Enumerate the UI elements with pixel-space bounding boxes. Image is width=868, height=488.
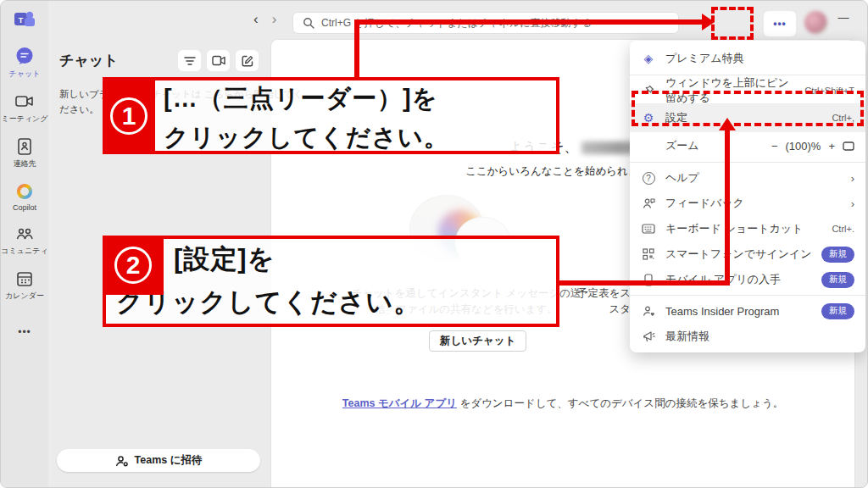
feedback-icon — [641, 197, 656, 209]
meet-now-camera-button[interactable] — [207, 50, 230, 71]
chevron-right-icon: › — [851, 172, 854, 185]
menu-item-keyboard-shortcuts[interactable]: キーボード ショートカット Ctrl+. — [630, 216, 865, 241]
filter-icon — [184, 56, 196, 66]
sidebar-more-apps-icon[interactable]: ••• — [18, 326, 31, 338]
menu-item-help[interactable]: ? ヘルプ › — [630, 165, 865, 191]
step1-arrow-line — [354, 19, 704, 25]
new-badge: 新規 — [821, 272, 854, 288]
sidebar-item-communities[interactable]: コミュニティ — [1, 225, 48, 257]
step1-text: […（三点リーダー）]を — [164, 82, 556, 116]
invite-to-teams-button[interactable]: Teams に招待 — [57, 449, 260, 472]
filter-button[interactable] — [178, 50, 201, 71]
sidebar-item-label: ミーティング — [1, 114, 47, 125]
more-options-menu: ◈ プレミアム特典 ウィンドウを上部にピン留めする Ctrl+Shift+T ⚙… — [630, 41, 865, 352]
sidebar-item-label: コミュニティ — [1, 246, 47, 257]
step2-number-badge: 2 — [103, 236, 164, 295]
new-chat-compose-button[interactable] — [236, 50, 259, 71]
zoom-out-button[interactable]: − — [771, 140, 778, 152]
new-badge: 新規 — [821, 303, 854, 319]
panel-title: チャット — [59, 51, 119, 70]
step1-callout: 1 […（三点リーダー）]を クリックしてください。 — [103, 77, 559, 154]
sidebar-item-calendar[interactable]: カレンダー — [1, 269, 48, 302]
chat-icon — [14, 46, 35, 66]
copilot-icon — [15, 182, 34, 201]
svg-text:T: T — [19, 16, 24, 25]
step2-arrow-line — [558, 280, 730, 286]
step1-arrow-line — [354, 22, 359, 79]
person-add-icon — [115, 455, 129, 467]
forward-chevron-icon[interactable]: › — [272, 11, 277, 28]
menu-divider — [630, 162, 865, 163]
chevron-right-icon: › — [851, 197, 854, 210]
person-heart-icon — [641, 305, 656, 317]
back-chevron-icon[interactable]: ‹ — [253, 11, 259, 28]
step1-number-badge: 1 — [103, 77, 155, 154]
menu-item-zoom: ズーム − (100)% + — [630, 132, 865, 159]
compose-icon — [242, 55, 253, 67]
zoom-level-value: (100)% — [785, 140, 821, 152]
menu-item-premium[interactable]: ◈ プレミアム特典 — [630, 44, 865, 72]
megaphone-icon — [641, 330, 656, 342]
highlight-box-settings-item — [632, 91, 864, 126]
sidebar-item-chat[interactable]: チャット — [1, 46, 48, 80]
video-camera-icon — [14, 92, 35, 111]
new-chat-button[interactable]: 新しいチャット — [429, 330, 526, 352]
new-badge: 新規 — [821, 247, 854, 263]
keyboard-icon — [641, 224, 656, 234]
menu-item-whats-new[interactable]: 最新情報 — [630, 324, 865, 349]
step2-callout: 2 [設定]を クリックしてください。 — [103, 236, 559, 327]
sidebar-item-label: 連絡先 — [14, 158, 36, 169]
highlight-box-more-button — [711, 7, 754, 40]
minimize-button[interactable]: — — [835, 11, 852, 24]
zoom-in-button[interactable]: + — [828, 140, 835, 152]
sidebar-item-label: Copilot — [13, 203, 36, 212]
step1-text: クリックしてください。 — [164, 121, 556, 155]
menu-divider — [630, 295, 865, 296]
contact-book-icon — [15, 137, 34, 156]
teams-logo-icon: T — [14, 8, 36, 30]
help-icon: ? — [641, 172, 656, 185]
sidebar-item-label: カレンダー — [5, 291, 44, 302]
step2-text: [設定]を — [174, 241, 556, 277]
zoom-fit-icon[interactable] — [843, 141, 854, 151]
qr-code-icon — [641, 248, 656, 260]
sidebar-item-meetings[interactable]: ミーティング — [1, 92, 48, 125]
calendar-icon — [15, 269, 34, 288]
user-avatar[interactable] — [804, 11, 827, 34]
teams-window: T チャット ミーティング 連絡先 Copilot — [0, 0, 868, 488]
mobile-app-footer: Teams モバイル アプリ をダウンロードして、すべてのデバイス間の接続を保ち… — [271, 396, 854, 411]
menu-item-feedback[interactable]: フィードバック › — [630, 191, 865, 216]
diamond-icon: ◈ — [641, 52, 656, 65]
people-group-icon — [14, 225, 36, 243]
teams-mobile-app-link[interactable]: Teams モバイル アプリ — [342, 397, 457, 409]
menu-item-phone-sign-in[interactable]: スマートフォンでサインイン 新規 — [630, 241, 865, 267]
step2-text: クリックしてください。 — [116, 285, 556, 320]
video-camera-icon — [212, 55, 225, 66]
app-rail: T チャット ミーティング 連絡先 Copilot — [1, 1, 48, 487]
sidebar-item-copilot[interactable]: Copilot — [1, 182, 48, 212]
step2-arrow-line — [725, 130, 730, 286]
more-options-button[interactable]: ••• — [764, 11, 796, 36]
menu-item-insider-program[interactable]: Teams Insider Program 新規 — [630, 298, 865, 324]
search-icon — [303, 17, 314, 29]
sidebar-item-label: チャット — [9, 69, 41, 80]
sidebar-item-contacts[interactable]: 連絡先 — [1, 137, 48, 169]
menu-item-get-mobile-app[interactable]: モバイル アプリの入手 新規 — [630, 267, 865, 292]
